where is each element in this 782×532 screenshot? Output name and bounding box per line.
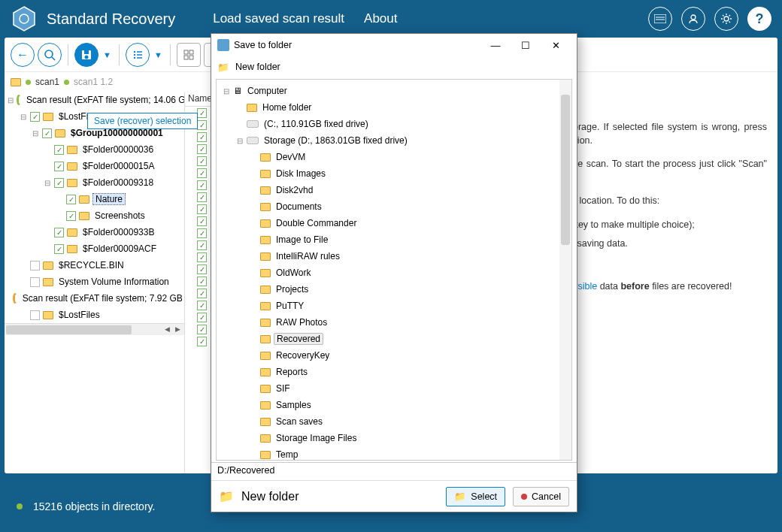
folder-item[interactable]: Recovered xyxy=(220,331,568,347)
row-checkbox[interactable]: ✓ xyxy=(197,277,207,286)
tree-item[interactable]: ✓$Folder0000015A xyxy=(5,158,184,174)
folder-item[interactable]: SIF xyxy=(220,380,568,397)
row-checkbox[interactable]: ✓ xyxy=(197,192,207,202)
folder-item[interactable]: Projects xyxy=(220,281,568,298)
expand-toggle[interactable] xyxy=(250,434,257,443)
checkbox[interactable]: ✓ xyxy=(42,128,52,138)
checkbox[interactable] xyxy=(30,261,40,271)
path-field[interactable]: D:/Recovered xyxy=(211,462,577,480)
expand-toggle[interactable] xyxy=(44,162,51,171)
row-checkbox[interactable]: ✓ xyxy=(197,313,207,322)
crumb-2[interactable]: scan1 1.2 xyxy=(74,77,113,87)
tree-item[interactable]: $RECYCLE.BIN xyxy=(5,257,184,274)
folder-item[interactable]: Reports xyxy=(220,364,568,380)
expand-toggle[interactable] xyxy=(250,368,257,376)
folder-item[interactable]: RecoveryKey xyxy=(220,347,568,364)
expand-toggle[interactable]: ⊟ xyxy=(223,87,230,95)
expand-toggle[interactable]: ⊟ xyxy=(44,179,51,187)
expand-toggle[interactable] xyxy=(250,451,257,459)
expand-toggle[interactable] xyxy=(8,295,10,303)
folder-item[interactable]: (C:, 110.91GB fixed drive) xyxy=(220,116,568,132)
tree-item[interactable]: System Volume Information xyxy=(5,274,184,290)
expand-toggle[interactable] xyxy=(20,311,27,319)
maximize-button[interactable]: ☐ xyxy=(511,35,541,56)
h-scrollbar[interactable]: ◀▶ xyxy=(5,323,184,335)
folder-item[interactable]: Double Commander xyxy=(220,215,568,231)
help-button[interactable]: ? xyxy=(747,7,771,31)
row-checkbox[interactable]: ✓ xyxy=(197,216,207,226)
expand-toggle[interactable]: ⊟ xyxy=(32,129,39,138)
row-checkbox[interactable]: ✓ xyxy=(197,132,207,142)
expand-toggle[interactable] xyxy=(250,203,257,211)
expand-toggle[interactable]: ⊟ xyxy=(20,113,27,121)
folder-item[interactable]: Samples xyxy=(220,397,568,413)
expand-toggle[interactable] xyxy=(250,385,257,393)
row-checkbox[interactable]: ✓ xyxy=(197,264,207,274)
folder-item[interactable]: IntelliRAW rules xyxy=(220,248,568,264)
save-dropdown[interactable]: ▼ xyxy=(103,50,111,59)
folder-item[interactable]: Temp xyxy=(220,446,568,461)
expand-toggle[interactable] xyxy=(44,228,51,237)
expand-toggle[interactable] xyxy=(250,236,257,244)
row-checkbox[interactable]: ✓ xyxy=(197,252,207,262)
expand-toggle[interactable] xyxy=(250,219,257,228)
expand-toggle[interactable]: ⊟ xyxy=(8,96,14,104)
folder-item[interactable]: Image to File xyxy=(220,231,568,248)
expand-toggle[interactable] xyxy=(250,252,257,261)
expand-toggle[interactable] xyxy=(250,302,257,310)
row-checkbox[interactable]: ✓ xyxy=(197,168,207,178)
new-folder-button[interactable]: New folder xyxy=(241,490,299,503)
tree-item[interactable]: Scan result (ExFAT file system; 7.92 GB … xyxy=(5,290,184,307)
folder-item[interactable]: OldWork xyxy=(220,264,568,281)
tree-item[interactable]: ✓Screenshots xyxy=(5,207,184,224)
tree-item[interactable]: ✓$Folder0000933B xyxy=(5,224,184,240)
cancel-button[interactable]: Cancel xyxy=(513,487,569,506)
v-scrollbar[interactable] xyxy=(559,80,571,460)
select-button[interactable]: 📁Select xyxy=(446,487,505,506)
crumb-1[interactable]: scan1 xyxy=(35,77,59,87)
folder-item[interactable]: Home folder xyxy=(220,99,568,116)
folder-item[interactable]: Scan saves xyxy=(220,413,568,430)
folder-item[interactable]: ⊟Storage (D:, 1863.01GB fixed drive) xyxy=(220,132,568,149)
row-checkbox[interactable]: ✓ xyxy=(197,108,207,118)
checkbox[interactable]: ✓ xyxy=(54,228,64,237)
tree-item[interactable]: ✓$Folder00009ACF xyxy=(5,240,184,257)
tree-item[interactable]: ⊟✓$Folder00009318 xyxy=(5,174,184,191)
row-checkbox[interactable]: ✓ xyxy=(197,156,207,166)
row-checkbox[interactable]: ✓ xyxy=(197,180,207,190)
row-checkbox[interactable]: ✓ xyxy=(197,240,207,250)
expand-toggle[interactable] xyxy=(250,186,257,195)
folder-item[interactable]: Storage Image Files xyxy=(220,430,568,446)
folder-item[interactable]: Disk2vhd xyxy=(220,182,568,198)
expand-toggle[interactable] xyxy=(20,261,27,270)
tree-item[interactable]: $LostFiles xyxy=(5,307,184,323)
scan-button[interactable] xyxy=(38,43,62,67)
expand-toggle[interactable] xyxy=(250,335,257,343)
menu-load-saved[interactable]: Load saved scan result xyxy=(213,11,344,26)
folder-item[interactable]: RAW Photos xyxy=(220,314,568,331)
back-button[interactable]: ← xyxy=(11,43,35,67)
folder-item[interactable]: ⊟🖥Computer xyxy=(220,83,568,99)
settings-button[interactable] xyxy=(714,7,738,31)
row-checkbox[interactable]: ✓ xyxy=(197,120,207,130)
account-button[interactable] xyxy=(681,7,705,31)
checkbox[interactable]: ✓ xyxy=(54,162,64,171)
minimize-button[interactable]: — xyxy=(480,35,511,56)
expand-toggle[interactable] xyxy=(250,401,257,410)
expand-toggle[interactable] xyxy=(250,286,257,294)
list-options-dropdown[interactable]: ▼ xyxy=(154,50,162,59)
row-checkbox[interactable]: ✓ xyxy=(197,337,207,346)
view-grid-button[interactable] xyxy=(177,43,201,67)
folder-item[interactable]: Documents xyxy=(220,198,568,215)
expand-toggle[interactable] xyxy=(44,146,51,154)
new-folder-toolbar[interactable]: 📁 New folder xyxy=(211,56,577,77)
checkbox[interactable]: ✓ xyxy=(54,145,64,155)
folder-item[interactable]: PuTTY xyxy=(220,298,568,314)
expand-toggle[interactable] xyxy=(20,278,27,286)
row-checkbox[interactable]: ✓ xyxy=(197,144,207,154)
close-button[interactable]: ✕ xyxy=(541,35,571,56)
expand-toggle[interactable] xyxy=(44,245,51,253)
expand-toggle[interactable] xyxy=(250,269,257,277)
checkbox[interactable] xyxy=(30,277,40,287)
tree-item[interactable]: ⊟Scan result (ExFAT file system; 14.06 G… xyxy=(5,92,184,108)
